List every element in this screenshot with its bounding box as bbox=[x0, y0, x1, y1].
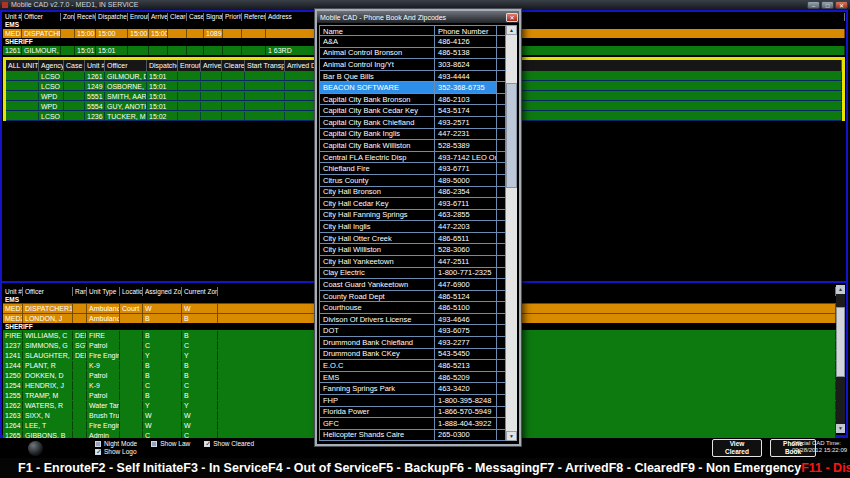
app-icon bbox=[2, 2, 8, 8]
cell: 1244 bbox=[3, 361, 23, 370]
view-cleared-button[interactable]: View Cleared bbox=[712, 439, 762, 457]
phonebook-row[interactable]: Capital City Bank Bronson486-2103 bbox=[320, 94, 506, 106]
cell bbox=[128, 46, 149, 55]
checkbox-show-cleared[interactable]: Show Cleared bbox=[204, 440, 254, 447]
phonebook-row[interactable]: Capital City Bank Inglis447-2231 bbox=[320, 129, 506, 141]
cell bbox=[245, 72, 285, 80]
phonebook-row[interactable]: FHP1-800-395-8248 bbox=[320, 395, 506, 407]
cell bbox=[218, 331, 836, 340]
fkey-f8[interactable]: F8 - Cleared bbox=[609, 461, 681, 475]
cell bbox=[187, 29, 204, 38]
phonebook-row[interactable]: Central FLA Electric Disp493-7142 LEO On… bbox=[320, 152, 506, 164]
dialog-close-button[interactable]: ✕ bbox=[506, 13, 518, 22]
maximize-button[interactable]: □ bbox=[821, 1, 834, 9]
fkey-f2[interactable]: F2 - Self Initiate bbox=[91, 461, 183, 475]
phonebook-row[interactable]: DOT493-6075 bbox=[320, 325, 506, 337]
phonebook-row[interactable]: City Hall Bronson486-2354 bbox=[320, 187, 506, 199]
phonebook-row[interactable]: Chiefland Fire493-6771 bbox=[320, 163, 506, 175]
cell: 5551 bbox=[85, 92, 105, 100]
phonebook-row[interactable]: County Road Dept486-5124 bbox=[320, 291, 506, 303]
fkey-f1[interactable]: F1 - Enroute bbox=[18, 461, 91, 475]
phonebook-row[interactable]: Animal Control Bronson486-5138 bbox=[320, 48, 506, 60]
checkbox-box[interactable] bbox=[204, 441, 210, 447]
cell: 15:02 bbox=[147, 112, 178, 120]
cell bbox=[178, 112, 201, 120]
phonebook-row[interactable]: Divison Of Drivers License493-4646 bbox=[320, 314, 506, 326]
cell bbox=[178, 72, 201, 80]
close-button[interactable]: ✕ bbox=[835, 1, 848, 9]
cell bbox=[245, 82, 285, 90]
entry-name: EMS bbox=[320, 372, 435, 383]
entry-extra bbox=[497, 325, 506, 336]
column-header: ALL UNITS bbox=[6, 60, 39, 71]
phonebook-row[interactable]: EMS486-5209 bbox=[320, 372, 506, 384]
fkey-f4[interactable]: F4 - Out of Service bbox=[268, 461, 378, 475]
scroll-down-icon[interactable]: ▼ bbox=[506, 431, 517, 441]
phonebook-row[interactable]: Drummond Bank Chiefland493-2277 bbox=[320, 337, 506, 349]
cell: C bbox=[143, 341, 182, 350]
phonebook-row[interactable]: Capital City Bank Chiefland493-2571 bbox=[320, 117, 506, 129]
dialog-titlebar[interactable]: Mobile CAD - Phone Book And Zipcodes ✕ bbox=[317, 11, 519, 23]
phonebook-row[interactable]: Helicopter Shands Caire265-0300 bbox=[320, 430, 506, 442]
entry-name: Animal Control Ing/Yt bbox=[320, 59, 435, 70]
fkey-f11[interactable]: F11 - Distress bbox=[801, 461, 850, 475]
cell: 1262 bbox=[3, 401, 23, 410]
phonebook-row[interactable]: Fanning Springs Park463-3420 bbox=[320, 383, 506, 395]
phonebook-row[interactable]: Courthouse486-5100 bbox=[320, 302, 506, 314]
phonebook-row[interactable]: City Hall Inglis447-2203 bbox=[320, 221, 506, 233]
phonebook-row[interactable]: A&A486-4126 bbox=[320, 36, 506, 48]
checkbox-box[interactable] bbox=[151, 441, 157, 447]
phonebook-row-selected[interactable]: BEACON SOFTWARE352-368-6735 bbox=[320, 82, 506, 94]
checkbox-show-law[interactable]: Show Law bbox=[151, 440, 190, 447]
fkey-f7[interactable]: F7 - Arrived bbox=[540, 461, 609, 475]
fkey-f9[interactable]: F9 - Non Emergency bbox=[680, 461, 801, 475]
units-scrollbar[interactable]: ▲ ▼ bbox=[836, 285, 845, 433]
phonebook-row[interactable]: GFC1-888-404-3922 bbox=[320, 418, 506, 430]
entry-name: City Hall Bronson bbox=[320, 187, 435, 198]
scroll-down-icon[interactable]: ▼ bbox=[836, 424, 845, 433]
phonebook-scrollbar[interactable]: ▲ ▼ bbox=[506, 25, 517, 441]
checkbox-box[interactable] bbox=[95, 441, 101, 447]
checkbox-box[interactable] bbox=[95, 449, 101, 455]
phonebook-row[interactable]: Animal Control Ing/Yt303-8624 bbox=[320, 59, 506, 71]
minimize-button[interactable]: – bbox=[807, 1, 820, 9]
cell bbox=[178, 102, 201, 110]
checkbox-night-mode[interactable]: Night Mode bbox=[95, 440, 137, 447]
column-header-phone[interactable]: Phone Number bbox=[435, 26, 497, 35]
cell: Y bbox=[143, 351, 182, 360]
phonebook-row[interactable]: City Hall Otter Creek486-6511 bbox=[320, 233, 506, 245]
scroll-up-icon[interactable]: ▲ bbox=[506, 25, 517, 35]
cell bbox=[218, 411, 836, 420]
phonebook-row[interactable]: Capital City Bank Williston528-5389 bbox=[320, 140, 506, 152]
scrollbar-thumb[interactable] bbox=[836, 307, 845, 377]
checkbox-show-logo[interactable]: Show Logo bbox=[95, 448, 137, 455]
column-header-name[interactable]: Name bbox=[320, 26, 435, 35]
scroll-up-icon[interactable]: ▲ bbox=[836, 285, 845, 294]
entry-extra bbox=[497, 210, 506, 221]
scrollbar-thumb[interactable] bbox=[506, 83, 517, 188]
phonebook-row[interactable]: City Hall Cedar Key493-6711 bbox=[320, 198, 506, 210]
phonebook-row[interactable]: City Hall Fanning Springs463-2855 bbox=[320, 210, 506, 222]
column-header: Unit # bbox=[85, 60, 105, 71]
phonebook-row[interactable]: City Hall Yankeetown447-2511 bbox=[320, 256, 506, 268]
column-header: Officer bbox=[23, 287, 73, 296]
cell bbox=[222, 92, 245, 100]
entry-extra bbox=[497, 418, 506, 429]
fkey-f3[interactable]: F3 - In Service bbox=[183, 461, 268, 475]
phonebook-row[interactable]: City Hall Williston528-3060 bbox=[320, 244, 506, 256]
fkey-f6[interactable]: F6 - Messaging bbox=[449, 461, 539, 475]
phonebook-row[interactable]: Bar B Que Bills493-4444 bbox=[320, 71, 506, 83]
cell bbox=[168, 29, 187, 38]
phonebook-row[interactable]: Drummond Bank CKey543-5450 bbox=[320, 349, 506, 361]
fkey-f5[interactable]: F5 - Backup bbox=[379, 461, 450, 475]
phonebook-row[interactable]: Citrus County489-5000 bbox=[320, 175, 506, 187]
phonebook-row[interactable]: Coast Guard Yankeetown447-6900 bbox=[320, 279, 506, 291]
phonebook-row[interactable]: Florida Power1-866-570-5949 bbox=[320, 407, 506, 419]
phonebook-row[interactable]: Capital City Bank Cedar Key543-5174 bbox=[320, 105, 506, 117]
phonebook-row[interactable]: Clay Electric1-800-771-2325 bbox=[320, 268, 506, 280]
phonebook-row[interactable]: E.O.C486-5213 bbox=[320, 360, 506, 372]
entry-extra bbox=[497, 59, 506, 70]
cell bbox=[64, 102, 85, 110]
entry-name: Animal Control Bronson bbox=[320, 48, 435, 59]
entry-name: Fanning Springs Park bbox=[320, 383, 435, 394]
